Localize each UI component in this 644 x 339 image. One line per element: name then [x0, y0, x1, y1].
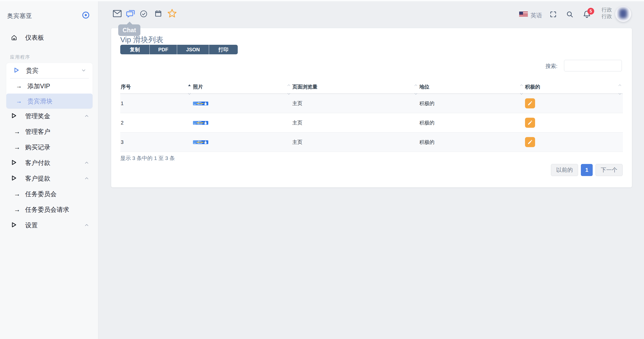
play-icon — [11, 222, 17, 228]
chat-tooltip: Chat — [118, 24, 140, 36]
fullscreen-icon[interactable] — [549, 11, 557, 18]
pagination-next-button[interactable]: 下一个 — [595, 164, 623, 176]
sidebar-item-manage-bonus[interactable]: 管理奖金 — [0, 109, 98, 123]
sidebar-item-vip-slider[interactable]: → 贵宾滑块 — [6, 94, 93, 109]
table-row: 2 主页 积极的 — [120, 113, 623, 133]
edit-button[interactable] — [525, 98, 535, 108]
table-row: 3 主页 积极的 — [120, 133, 623, 152]
arrow-right-icon: → — [14, 144, 20, 150]
sidebar-item-label: 客户付款 — [25, 159, 50, 167]
chevron-up-icon — [85, 177, 89, 180]
play-icon — [13, 67, 20, 74]
print-button[interactable]: 打印 — [209, 45, 238, 54]
cell-serial: 3 — [120, 133, 192, 152]
pdf-button[interactable]: PDF — [150, 45, 177, 54]
sidebar-item-vip[interactable]: 贵宾 — [6, 63, 93, 78]
sidebar-item-label: 贵宾 — [26, 66, 38, 75]
pagination-page-1[interactable]: 1 — [581, 164, 593, 176]
table-info-text: 显示 3 条中的 1 至 3 条 — [120, 155, 175, 162]
pagination: 以前的 1 下一个 — [551, 164, 623, 176]
tooltip-arrow — [127, 22, 133, 25]
cell-status: 积极的 — [419, 113, 525, 133]
cell-actions — [525, 113, 623, 133]
column-header-serial[interactable]: 序号 — [120, 80, 192, 94]
sidebar-item-customer-withdrawals[interactable]: 客户提款 — [0, 171, 98, 185]
sidebar-item-task-board-requests[interactable]: → 任务委员会请求 — [0, 202, 98, 217]
user-name[interactable]: 行政 行政 — [576, 7, 612, 20]
table-header-row: 序号 照片 页面浏览量 — [120, 80, 623, 94]
user-line2: 行政 — [576, 13, 612, 20]
cell-status: 积极的 — [419, 133, 525, 152]
sidebar-toggle-icon[interactable] — [82, 11, 90, 19]
check-circle-icon[interactable] — [140, 10, 148, 18]
sidebar-item-label: 设置 — [25, 221, 38, 229]
cell-serial: 2 — [120, 113, 192, 133]
us-flag-icon[interactable] — [519, 12, 528, 17]
sort-desc-icon — [287, 93, 290, 95]
chevron-up-icon — [85, 161, 89, 164]
sort-asc-icon — [287, 84, 290, 86]
user-line1: 行政 — [576, 7, 612, 13]
cell-photo — [192, 133, 292, 152]
column-header-active[interactable]: 积极的 — [525, 80, 623, 94]
chevron-down-icon — [82, 69, 86, 72]
cell-actions — [525, 133, 623, 152]
home-icon — [11, 34, 17, 41]
column-header-page-views[interactable]: 页面浏览量 — [292, 80, 419, 94]
avatar[interactable] — [615, 6, 631, 22]
sidebar-section-label: 应用程序 — [10, 54, 30, 60]
sort-desc-icon — [188, 93, 191, 95]
arrow-right-icon: → — [14, 128, 20, 135]
pagination-previous-button[interactable]: 以前的 — [551, 164, 578, 176]
chevron-up-icon — [85, 224, 89, 226]
sort-asc-icon — [188, 84, 191, 86]
cell-photo — [192, 94, 292, 113]
sidebar-item-label: 任务委员会请求 — [25, 205, 69, 214]
cell-status: 积极的 — [419, 94, 525, 113]
mail-icon[interactable] — [113, 10, 122, 18]
column-header-status[interactable]: 地位 — [419, 80, 525, 94]
sidebar-item-settings[interactable]: 设置 — [0, 218, 98, 232]
play-icon — [11, 113, 17, 119]
sort-desc-icon — [618, 93, 621, 95]
language-selector[interactable]: 英语 — [531, 12, 542, 19]
sidebar-item-customer-payments[interactable]: 客户付款 — [0, 156, 98, 170]
sidebar-item-task-board[interactable]: → 任务委员会 — [0, 187, 98, 201]
sidebar-item-add-vip[interactable]: → 添加VIP — [6, 78, 93, 94]
export-button-group: 复制 PDF JSON 打印 — [120, 45, 238, 54]
sidebar-item-label: 任务委员会 — [25, 190, 57, 198]
content-card: Vip 滑块列表 复制 PDF JSON 打印 搜索: 序号 — [111, 28, 632, 187]
brand-title: 奥宾塞亚 — [7, 12, 32, 20]
cell-page-views: 主页 — [292, 113, 419, 133]
edit-button[interactable] — [525, 137, 535, 147]
slider-photo-thumbnail[interactable] — [193, 102, 208, 105]
cell-page-views: 主页 — [292, 133, 419, 152]
sidebar-item-purchase-records[interactable]: → 购买记录 — [0, 140, 98, 154]
sidebar-item-manage-customers[interactable]: → 管理客户 — [0, 124, 98, 139]
arrow-right-icon: → — [14, 206, 20, 213]
search-icon[interactable] — [566, 11, 574, 18]
tooltip-text: Chat — [123, 27, 136, 34]
sidebar-item-label: 贵宾滑块 — [27, 97, 53, 105]
edit-button[interactable] — [525, 118, 535, 128]
sidebar-item-label: 购买记录 — [25, 143, 50, 151]
cell-page-views: 主页 — [292, 94, 419, 113]
chat-icon[interactable] — [125, 9, 135, 18]
avatar-image — [619, 9, 627, 19]
arrow-right-icon: → — [14, 191, 20, 197]
topbar: 英语 5 行政 行政 — [98, 1, 644, 26]
slider-photo-thumbnail[interactable] — [193, 121, 208, 125]
page-title: Vip 滑块列表 — [120, 35, 163, 45]
calendar-icon[interactable] — [154, 10, 162, 18]
sidebar-item-label: 管理客户 — [25, 128, 50, 136]
cell-actions — [525, 94, 623, 113]
copy-button[interactable]: 复制 — [120, 45, 149, 54]
sidebar-item-dashboard[interactable]: 仪表板 — [0, 30, 98, 45]
sidebar-item-label: 仪表板 — [25, 33, 44, 42]
column-header-photo[interactable]: 照片 — [192, 80, 292, 94]
search-input[interactable] — [564, 60, 622, 71]
sidebar-item-label: 添加VIP — [27, 82, 50, 90]
json-button[interactable]: JSON — [177, 45, 209, 54]
slider-photo-thumbnail[interactable] — [193, 140, 208, 144]
star-icon[interactable] — [167, 8, 177, 19]
